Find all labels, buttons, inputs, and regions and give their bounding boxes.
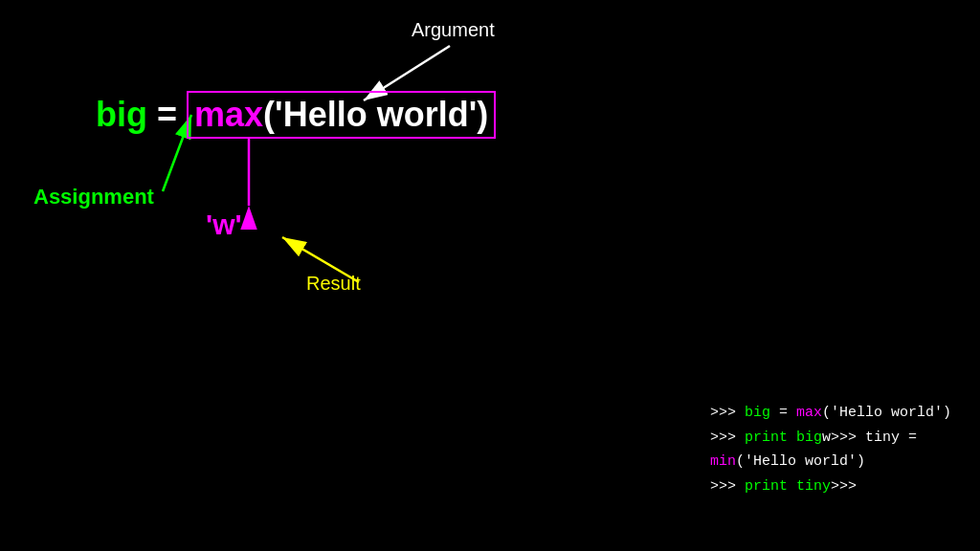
prompt-1: >>> bbox=[710, 405, 745, 421]
code-line-3: min('Hello world') bbox=[710, 450, 951, 474]
equals-sign: = bbox=[147, 95, 187, 134]
code-line-1: >>> big = max('Hello world') bbox=[710, 401, 951, 426]
kw-print-1: print bbox=[745, 430, 796, 446]
assignment-label: Assignment bbox=[33, 185, 154, 209]
eq-1: = bbox=[770, 405, 796, 421]
w-result: w>>> tiny = bbox=[822, 430, 925, 446]
variable-big: big bbox=[96, 95, 147, 134]
assignment-text: Assignment bbox=[33, 185, 154, 209]
function-call-box: max('Hello world') bbox=[187, 91, 496, 139]
kw-print-2: print bbox=[745, 478, 796, 495]
var-big-1: big bbox=[745, 405, 770, 421]
prompt-4: >>> bbox=[710, 478, 745, 495]
arg-1: ('Hello world') bbox=[822, 405, 951, 421]
argument-label: Argument bbox=[412, 19, 495, 41]
min-arg: ('Hello world') bbox=[736, 453, 865, 470]
function-argument: ('Hello world') bbox=[263, 95, 488, 134]
result-text: Result bbox=[306, 273, 361, 294]
result-value: 'w' bbox=[206, 209, 242, 241]
result-label: Result bbox=[306, 273, 361, 295]
result-value-text: 'w' bbox=[206, 209, 242, 240]
max-1: max bbox=[796, 405, 822, 421]
argument-text: Argument bbox=[412, 19, 495, 40]
end-prompt: >>> bbox=[831, 478, 857, 495]
main-expression: big = max('Hello world') bbox=[96, 91, 496, 139]
prompt-2: >>> bbox=[710, 430, 745, 446]
min-func: min bbox=[710, 453, 736, 470]
code-block: >>> big = max('Hello world') >>> print b… bbox=[710, 401, 951, 498]
slide: Argument big = max('Hello world') Assign… bbox=[0, 0, 980, 551]
code-line-4: >>> print tiny>>> bbox=[710, 474, 951, 499]
function-name: max bbox=[194, 95, 263, 134]
var-big-2: big bbox=[796, 430, 822, 446]
var-tiny: tiny bbox=[796, 478, 831, 495]
code-line-2: >>> print bigw>>> tiny = bbox=[710, 426, 951, 451]
